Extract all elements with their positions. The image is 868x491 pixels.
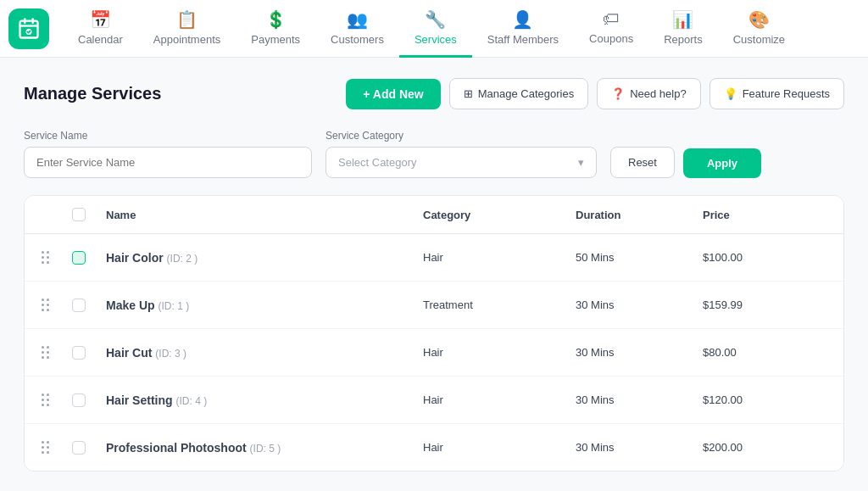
- nav-item-payments[interactable]: 💲Payments: [236, 0, 315, 58]
- price-cell: $80.00: [703, 346, 830, 359]
- category-cell: Hair: [423, 346, 576, 359]
- service-name-cell: Hair Setting (ID: 4 ): [106, 393, 423, 407]
- nav-item-label: Appointments: [153, 33, 221, 46]
- filters-section: Service Name Service Category Select Cat…: [24, 130, 844, 178]
- nav-item-appointments[interactable]: 📋Appointments: [138, 0, 236, 58]
- services-table: Name Category Duration Price Hair Color …: [24, 195, 844, 471]
- grid-icon: ⊞: [464, 87, 473, 100]
- duration-cell: 30 Mins: [576, 441, 703, 454]
- table-row[interactable]: Make Up (ID: 1 ) Treatment 30 Mins $159.…: [25, 282, 843, 329]
- category-cell: Hair: [423, 441, 576, 454]
- feature-requests-button[interactable]: 💡 Feature Requests: [709, 78, 844, 109]
- row-checkbox[interactable]: [72, 393, 106, 407]
- category-cell: Treatment: [423, 299, 576, 311]
- staff-members-icon: 👤: [512, 9, 533, 30]
- add-new-button[interactable]: + Add New: [346, 79, 440, 109]
- row-checkbox[interactable]: [72, 299, 106, 312]
- drag-handle: [38, 438, 72, 457]
- service-name-cell: Professional Photoshoot (ID: 5 ): [106, 441, 423, 455]
- drag-handle: [38, 248, 72, 267]
- duration-col-header: Duration: [576, 209, 703, 221]
- service-name-cell: Hair Cut (ID: 3 ): [106, 346, 423, 360]
- reset-button[interactable]: Reset: [610, 147, 675, 178]
- nav-item-label: Customers: [331, 33, 384, 46]
- select-all-checkbox[interactable]: [72, 208, 86, 221]
- header-actions: + Add New ⊞ Manage Categories ❓ Need hel…: [346, 78, 844, 109]
- help-icon: ❓: [611, 87, 625, 100]
- drag-handle: [38, 295, 72, 315]
- services-icon: 🔧: [425, 9, 446, 30]
- duration-cell: 50 Mins: [576, 251, 703, 264]
- service-category-select[interactable]: Select Category ▾: [326, 147, 597, 178]
- customers-icon: 👥: [347, 9, 368, 30]
- customize-icon: 🎨: [748, 9, 770, 30]
- navigation: 📅Calendar📋Appointments💲Payments👥Customer…: [0, 0, 868, 58]
- category-placeholder: Select Category: [338, 156, 417, 169]
- service-name-cell: Hair Color (ID: 2 ): [106, 251, 423, 265]
- nav-item-coupons[interactable]: 🏷Coupons: [574, 0, 648, 58]
- nav-item-label: Calendar: [78, 33, 123, 46]
- manage-categories-button[interactable]: ⊞ Manage Categories: [449, 78, 588, 109]
- category-cell: Hair: [423, 393, 576, 406]
- table-row[interactable]: Professional Photoshoot (ID: 5 ) Hair 30…: [25, 424, 843, 471]
- nav-item-customize[interactable]: 🎨Customize: [718, 0, 800, 58]
- table-row[interactable]: Hair Setting (ID: 4 ) Hair 30 Mins $120.…: [25, 377, 843, 424]
- appointments-icon: 📋: [176, 9, 198, 30]
- table-header-row: Name Category Duration Price: [25, 196, 843, 234]
- nav-item-reports[interactable]: 📊Reports: [648, 0, 718, 58]
- duration-cell: 30 Mins: [576, 299, 703, 311]
- category-cell: Hair: [423, 251, 576, 264]
- row-checkbox[interactable]: [72, 251, 106, 265]
- coupons-icon: 🏷: [603, 9, 620, 29]
- service-category-filter: Service Category Select Category ▾: [326, 130, 597, 178]
- row-checkbox[interactable]: [72, 441, 106, 455]
- apply-button[interactable]: Apply: [683, 148, 761, 178]
- calendar-icon: 📅: [90, 9, 111, 30]
- nav-item-label: Staff Members: [487, 33, 559, 46]
- app-logo: [8, 8, 49, 49]
- page-title: Manage Services: [24, 84, 161, 103]
- price-cell: $159.99: [703, 299, 830, 311]
- page-header: Manage Services + Add New ⊞ Manage Categ…: [24, 78, 844, 109]
- price-cell: $120.00: [703, 393, 830, 406]
- need-help-button[interactable]: ❓ Need help?: [597, 78, 701, 109]
- main-content: Manage Services + Add New ⊞ Manage Categ…: [0, 58, 868, 491]
- category-col-header: Category: [423, 209, 576, 221]
- filter-actions: Reset Apply: [610, 147, 761, 178]
- nav-item-label: Customize: [733, 33, 785, 46]
- row-checkbox[interactable]: [72, 346, 106, 360]
- check-col-header: [72, 208, 106, 221]
- payments-icon: 💲: [265, 9, 287, 30]
- nav-item-calendar[interactable]: 📅Calendar: [63, 0, 138, 58]
- service-name-input[interactable]: [24, 147, 312, 178]
- nav-item-label: Reports: [664, 33, 703, 46]
- nav-item-staff-members[interactable]: 👤Staff Members: [472, 0, 574, 58]
- drag-handle: [38, 343, 72, 362]
- service-name-label: Service Name: [24, 130, 312, 142]
- reports-icon: 📊: [672, 9, 693, 30]
- drag-handle: [38, 390, 72, 410]
- name-col-header: Name: [106, 209, 423, 221]
- nav-item-services[interactable]: 🔧Services: [399, 0, 472, 58]
- nav-item-label: Coupons: [589, 32, 633, 45]
- price-col-header: Price: [703, 209, 830, 221]
- price-cell: $100.00: [703, 251, 830, 264]
- nav-item-label: Services: [415, 33, 457, 46]
- price-cell: $200.00: [703, 441, 830, 454]
- nav-item-customers[interactable]: 👥Customers: [315, 0, 399, 58]
- service-category-label: Service Category: [326, 130, 597, 142]
- duration-cell: 30 Mins: [576, 393, 703, 406]
- chevron-down-icon: ▾: [578, 156, 584, 169]
- table-body: Hair Color (ID: 2 ) Hair 50 Mins $100.00…: [25, 234, 843, 471]
- duration-cell: 30 Mins: [576, 346, 703, 359]
- nav-item-label: Payments: [251, 33, 300, 46]
- lightbulb-icon: 💡: [724, 87, 737, 100]
- service-name-filter: Service Name: [24, 130, 312, 178]
- service-name-cell: Make Up (ID: 1 ): [106, 299, 423, 312]
- table-row[interactable]: Hair Color (ID: 2 ) Hair 50 Mins $100.00: [25, 234, 843, 282]
- table-row[interactable]: Hair Cut (ID: 3 ) Hair 30 Mins $80.00: [25, 329, 843, 377]
